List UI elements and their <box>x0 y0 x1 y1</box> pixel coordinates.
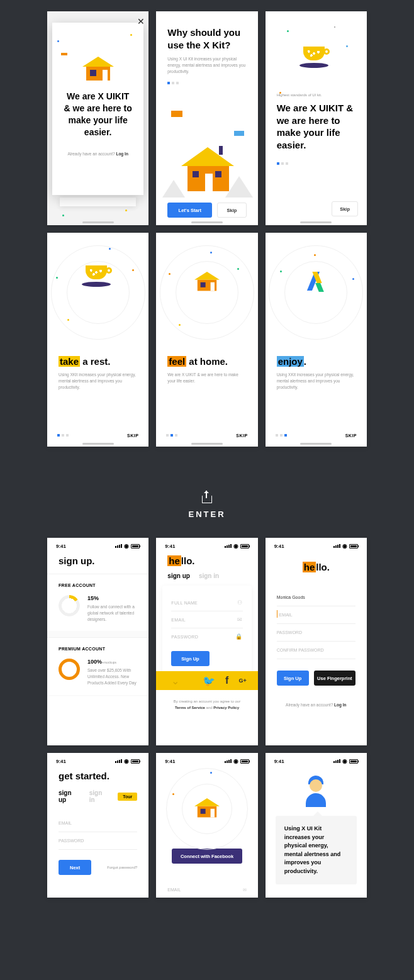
login-prompt: Already have an account? Log In <box>64 151 132 157</box>
facebook-icon[interactable]: f <box>225 675 228 686</box>
auth-tabs: sign up sign in <box>156 572 257 586</box>
section-header: ENTER <box>47 491 367 519</box>
close-icon[interactable]: ✕ <box>137 16 145 26</box>
signup-accounts-card: 9:41 ◉ sign up. FREE ACCOUNT 15% Follow … <box>47 538 148 745</box>
skip-button[interactable]: Skip <box>217 203 246 218</box>
cup-illustration <box>84 265 112 284</box>
login-link[interactable]: Log In <box>334 703 347 707</box>
page-indicator <box>277 162 355 165</box>
expand-icon[interactable]: ⌄ <box>171 675 179 687</box>
description: Using XKit increases your physical energ… <box>59 372 137 390</box>
description: Using XKit increases your physical energ… <box>277 372 355 390</box>
home-indicator <box>300 443 332 445</box>
email-field[interactable]: EMAIL✉ <box>171 611 242 628</box>
wifi-icon: ◉ <box>124 758 129 764</box>
mail-icon: ✉ <box>243 888 247 893</box>
fingerprint-button[interactable]: Use Fingerprint <box>314 671 355 686</box>
status-time: 9:41 <box>165 543 175 549</box>
google-icon[interactable]: G+ <box>238 677 246 684</box>
title: take a rest. <box>59 356 137 367</box>
mail-icon: ✉ <box>237 616 242 623</box>
status-bar: 9:41 ◉ <box>156 538 257 552</box>
fullname-field[interactable]: FULL NAME⚇ <box>171 594 242 611</box>
onboarding-enjoy-card: enjoy. Using XKit increases your physica… <box>266 233 367 447</box>
title: We are X UIKIT & we are here to make you… <box>277 102 355 151</box>
tos-link[interactable]: Terms of Service <box>175 706 205 710</box>
forgot-password-link[interactable]: Forgot password? <box>107 866 137 869</box>
password-field[interactable]: PASSWORD <box>277 624 355 642</box>
email-field[interactable]: EMAIL✉ <box>167 881 246 898</box>
email-field[interactable]: EMAIL <box>59 815 137 832</box>
get-started-card: 9:41 ◉ get started. sign up sign in Tour… <box>47 753 148 898</box>
free-account-card[interactable]: FREE ACCOUNT 15% Follow and connect with… <box>47 574 148 631</box>
wifi-icon: ◉ <box>342 758 347 764</box>
home-indicator <box>191 221 223 223</box>
house-illustration <box>82 57 114 82</box>
signal-icon <box>225 544 232 548</box>
pretitle: Highest standards of UI kit. <box>277 93 355 97</box>
signal-icon <box>225 759 232 763</box>
home-indicator <box>300 221 332 223</box>
card-stack-back <box>60 198 136 206</box>
home-indicator <box>82 443 114 445</box>
onboarding-rest-card: take a rest. Using XKit increases your p… <box>47 233 148 447</box>
login-prompt: Already have an account? Log In <box>266 702 367 708</box>
page-indicator <box>166 434 177 437</box>
orbit-rings <box>269 245 363 340</box>
email-field[interactable]: EMAIL✉ <box>277 893 355 898</box>
signal-icon <box>115 544 122 548</box>
hello-title: hello. <box>156 552 257 572</box>
privacy-link[interactable]: Privacy Policy <box>213 706 239 710</box>
status-time: 9:41 <box>274 543 284 549</box>
wifi-icon: ◉ <box>233 758 238 764</box>
house-illustration <box>194 798 220 818</box>
login-link[interactable]: Log In <box>116 152 128 156</box>
confirm-password-field[interactable]: CONFIRM PASSWORD <box>277 642 355 659</box>
password-field[interactable]: PASSWORD <box>59 832 137 850</box>
page-title: sign up. <box>47 552 148 574</box>
tour-button[interactable]: Tour <box>118 793 137 801</box>
title: enjoy. <box>277 356 355 367</box>
skip-button[interactable]: SKIP <box>127 433 138 438</box>
status-time: 9:41 <box>56 543 66 549</box>
status-bar: 9:41 ◉ <box>47 753 148 767</box>
house-illustration <box>156 141 257 198</box>
password-field[interactable]: PASSWORD🔒 <box>171 628 242 645</box>
confetti-dot <box>130 34 132 36</box>
account-description: Save over $25,605 With Unlimited Access.… <box>87 667 137 686</box>
social-login-bar: ⌄ 🐦 f G+ <box>156 671 257 690</box>
skip-button[interactable]: SKIP <box>345 433 357 438</box>
skip-button[interactable]: SKIP <box>236 433 247 438</box>
confetti-dot <box>57 40 59 42</box>
tab-signup[interactable]: sign up <box>59 789 81 803</box>
signup-button[interactable]: Sign Up <box>171 651 209 666</box>
onboarding-why-card: Why should you use the X Kit? Using X UI… <box>156 11 257 225</box>
auth-tabs: sign up sign in Tour <box>47 789 148 810</box>
intro-bubble-card: 9:41 ◉ Using X UI Kit increases your phy… <box>266 753 367 898</box>
signup-button[interactable]: Sign Up <box>277 671 309 686</box>
percentage: 100%+mockups <box>87 659 137 665</box>
facebook-button[interactable]: Connect with Facebook <box>172 849 242 864</box>
name-field[interactable]: Monica Goods <box>277 589 355 606</box>
title: feel at home. <box>167 356 246 367</box>
twitter-icon[interactable]: 🐦 <box>203 675 215 687</box>
tab-signin[interactable]: sign in <box>199 572 219 579</box>
email-field[interactable]: EMAIL <box>277 606 355 624</box>
onboarding-title: We are X UIKIT & we are here to make you… <box>64 91 132 138</box>
page-indicator <box>276 434 287 437</box>
wifi-icon: ◉ <box>233 543 238 549</box>
tab-signup[interactable]: sign up <box>167 572 190 579</box>
confetti-bar <box>61 53 67 55</box>
account-label: FREE ACCOUNT <box>59 583 137 587</box>
share-icon <box>202 491 212 503</box>
lets-start-button[interactable]: Let's Start <box>167 203 212 218</box>
progress-ring <box>59 595 80 616</box>
skip-button[interactable]: Skip <box>332 201 358 216</box>
home-indicator <box>191 443 223 445</box>
next-button[interactable]: Next <box>59 860 91 875</box>
shape <box>171 111 182 117</box>
tab-signin[interactable]: sign in <box>89 789 109 803</box>
house-illustration <box>194 272 220 292</box>
premium-account-card[interactable]: PREMIUM ACCOUNT 100%+mockups Save over $… <box>47 637 148 694</box>
title: Why should you use the X Kit? <box>167 26 246 51</box>
